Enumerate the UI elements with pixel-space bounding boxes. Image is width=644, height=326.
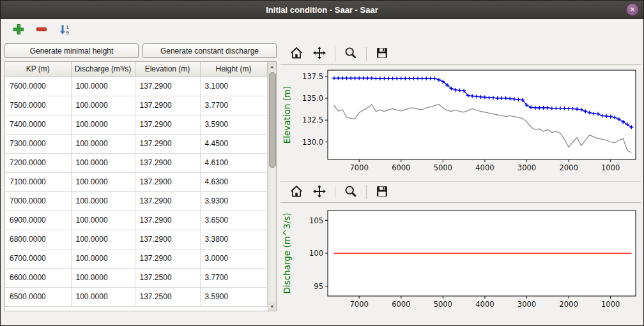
- up-arrow-icon: ▲: [270, 64, 274, 69]
- sort-button[interactable]: 1 9: [56, 21, 73, 39]
- table-cell[interactable]: 137.2900: [135, 211, 200, 230]
- home-button[interactable]: [287, 45, 306, 63]
- svg-text:9: 9: [66, 30, 70, 36]
- table-cell[interactable]: 7100.0000: [5, 172, 71, 191]
- svg-text:Elevation (m): Elevation (m): [282, 86, 292, 144]
- svg-text:6000: 6000: [392, 163, 410, 172]
- table-cell[interactable]: 100.0000: [71, 115, 135, 134]
- table-cell[interactable]: 137.2900: [135, 77, 200, 96]
- column-header-kp[interactable]: KP (m): [5, 62, 71, 77]
- table-cell[interactable]: 100.0000: [71, 134, 135, 153]
- zoom-button[interactable]: [341, 45, 360, 63]
- table-cell[interactable]: 7200.0000: [5, 153, 71, 172]
- table-cell[interactable]: 100.0000: [71, 96, 135, 115]
- table-cell[interactable]: 100.0000: [71, 191, 135, 211]
- svg-text:130.0: 130.0: [302, 138, 323, 147]
- svg-text:5000: 5000: [434, 300, 452, 309]
- table-cell[interactable]: 100.0000: [71, 249, 135, 268]
- table-cell[interactable]: 7400.0000: [5, 115, 71, 134]
- table-cell[interactable]: 137.2500: [135, 268, 200, 287]
- column-header-height[interactable]: Height (m): [200, 62, 267, 77]
- table-cell[interactable]: 6800.0000: [5, 230, 71, 249]
- table-cell[interactable]: 3.7700: [200, 96, 267, 115]
- table-cell[interactable]: 3.5900: [200, 115, 267, 134]
- save-button[interactable]: [372, 183, 392, 201]
- initial-condition-table: KP (m) Discharge (m³/s) Elevation (m) He…: [4, 61, 277, 311]
- home-icon: [289, 46, 303, 62]
- svg-text:3000: 3000: [518, 300, 536, 309]
- delete-row-button[interactable]: [33, 21, 50, 39]
- table-cell[interactable]: 100.0000: [71, 287, 135, 306]
- generate-minimal-height-button[interactable]: Generate minimal height: [4, 43, 139, 58]
- discharge-chart[interactable]: 700060005000400030002000100010510095Disc…: [280, 203, 641, 318]
- table-cell[interactable]: 6500.0000: [5, 287, 71, 306]
- table-cell[interactable]: 4.6100: [200, 153, 267, 172]
- scrollbar-thumb[interactable]: [269, 72, 276, 168]
- table-cell[interactable]: 100.0000: [71, 153, 135, 172]
- minus-icon: [35, 23, 48, 38]
- svg-text:2000: 2000: [559, 163, 578, 172]
- elevation-chart[interactable]: 7000600050004000300020001000137.5135.013…: [280, 65, 641, 181]
- table-cell[interactable]: 3.1000: [200, 77, 267, 96]
- table-cell[interactable]: 100.0000: [71, 268, 135, 287]
- table-header-row: KP (m) Discharge (m³/s) Elevation (m) He…: [5, 62, 267, 77]
- svg-text:5000: 5000: [434, 163, 452, 172]
- pan-button[interactable]: [310, 183, 329, 201]
- zoom-button[interactable]: [341, 183, 360, 201]
- svg-text:100: 100: [309, 249, 323, 258]
- table-cell[interactable]: 137.2900: [135, 153, 200, 172]
- table-cell[interactable]: 6900.0000: [5, 211, 71, 230]
- table-cell[interactable]: 137.2500: [135, 287, 200, 306]
- table-cell[interactable]: 3.7700: [200, 268, 267, 287]
- titlebar[interactable]: Initial condition - Saar - Saar ×: [1, 1, 643, 19]
- app-toolbar: 1 9: [1, 19, 643, 41]
- table-cell[interactable]: 7500.0000: [5, 96, 71, 115]
- move-icon: [312, 46, 326, 62]
- table-cell[interactable]: 137.2900: [135, 134, 200, 153]
- scrollbar-track[interactable]: [268, 71, 277, 302]
- table-cell[interactable]: 7300.0000: [5, 134, 71, 153]
- toolbar-separator: [366, 47, 367, 61]
- column-header-elevation[interactable]: Elevation (m): [135, 62, 200, 77]
- table-cell[interactable]: 7000.0000: [5, 191, 71, 211]
- svg-text:2000: 2000: [559, 300, 578, 309]
- table-row: 6600.0000100.0000137.25003.7700: [5, 268, 267, 287]
- scroll-up-button[interactable]: ▲: [268, 62, 277, 71]
- table-scrollbar[interactable]: ▲ ▼: [268, 62, 277, 311]
- table-cell[interactable]: 100.0000: [71, 230, 135, 249]
- table-cell[interactable]: 3.9300: [200, 191, 267, 211]
- table-cell[interactable]: 137.2900: [135, 230, 200, 249]
- toolbar-separator: [335, 185, 335, 199]
- table-cell[interactable]: 137.2900: [135, 191, 200, 211]
- table-cell[interactable]: 100.0000: [71, 211, 135, 230]
- table-cell[interactable]: 100.0000: [71, 77, 135, 96]
- close-button[interactable]: ×: [626, 3, 639, 16]
- table-cell[interactable]: 137.2900: [135, 115, 200, 134]
- add-row-button[interactable]: [10, 21, 27, 39]
- floppy-disk-icon: [375, 184, 389, 200]
- toolbar-separator: [366, 185, 367, 199]
- table-cell[interactable]: 6700.0000: [5, 249, 71, 268]
- pan-button[interactable]: [310, 45, 329, 63]
- svg-text:1000: 1000: [601, 300, 620, 309]
- table-cell[interactable]: 137.2900: [135, 172, 200, 191]
- plus-icon: [12, 23, 25, 38]
- move-icon: [312, 184, 326, 200]
- table-cell[interactable]: 100.0000: [71, 172, 135, 191]
- table-cell[interactable]: 4.6300: [200, 172, 267, 191]
- table-cell[interactable]: 3.3800: [200, 230, 267, 249]
- save-button[interactable]: [372, 45, 392, 63]
- table-cell[interactable]: 3.6500: [200, 211, 267, 230]
- column-header-discharge[interactable]: Discharge (m³/s): [71, 62, 135, 77]
- home-button[interactable]: [287, 183, 306, 201]
- table-cell[interactable]: 7600.0000: [5, 77, 71, 96]
- table-cell[interactable]: 137.2900: [135, 249, 200, 268]
- table-cell[interactable]: 6600.0000: [5, 268, 71, 287]
- svg-text:1000: 1000: [601, 163, 620, 172]
- table-cell[interactable]: 137.2900: [135, 96, 200, 115]
- table-cell[interactable]: 3.5900: [200, 287, 267, 306]
- table-cell[interactable]: 4.4500: [200, 134, 267, 153]
- table-cell[interactable]: 3.0000: [200, 249, 267, 268]
- generate-constant-discharge-button[interactable]: Generate constant discharge: [142, 43, 277, 58]
- scroll-down-button[interactable]: ▼: [268, 302, 277, 311]
